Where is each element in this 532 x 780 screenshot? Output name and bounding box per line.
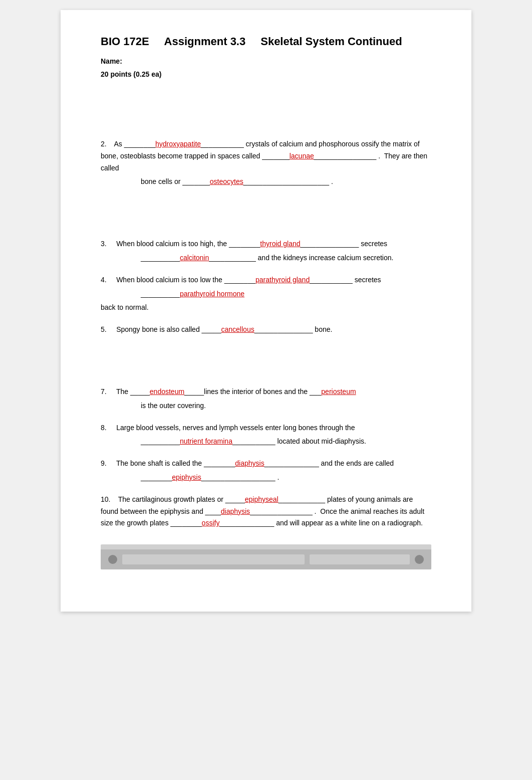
question-10: 10. The cartilaginous growth plates or _…	[101, 494, 431, 529]
question-4: 4. When blood calcium is too low the ___…	[101, 274, 431, 314]
question-9: 9. The bone shaft is called the ________…	[101, 458, 431, 484]
spacer-1	[101, 198, 431, 238]
q8-answer-1: nutrient foramina	[180, 437, 232, 445]
points-label: 20 points (0.25 ea)	[101, 70, 431, 78]
spacer-2	[101, 346, 431, 386]
q9-num: 9.	[101, 459, 107, 467]
question-7: 7. The _____endosteum_____lines the inte…	[101, 386, 431, 412]
q8-num: 8.	[101, 424, 107, 432]
q5-answer-1: cancellous	[221, 325, 254, 333]
q5-num: 5.	[101, 325, 107, 333]
q2-answer-1: hydroxyapatite	[155, 140, 201, 148]
q2-answer-3: osteocytes	[210, 177, 243, 185]
header: BIO 172E Assignment 3.3 Skeletal System …	[101, 35, 431, 48]
question-8: 8. Large blood vessels, nerves and lymph…	[101, 422, 431, 448]
course-title: BIO 172E	[101, 35, 149, 48]
question-3: 3. When blood calcium is too high, the _…	[101, 238, 431, 264]
q9-answer-1: diaphysis	[235, 459, 264, 467]
q10-answer-2: diaphysis	[221, 507, 250, 515]
assignment-title: Assignment 3.3	[164, 35, 246, 48]
bottom-bar	[101, 544, 431, 569]
question-5: 5. Spongy bone is also called _____cance…	[101, 324, 431, 336]
q9-answer-2: epiphysis	[172, 473, 201, 481]
bottom-dot-2	[415, 555, 424, 564]
question-2: 2. As ________hydroxyapatite___________ …	[101, 138, 431, 188]
q2-num: 2.	[101, 140, 107, 148]
q10-num: 10.	[101, 495, 110, 503]
bottom-text-area-1	[122, 554, 305, 564]
q3-num: 3.	[101, 240, 107, 248]
q3-answer-2: calcitonin	[180, 254, 209, 262]
q7-answer-1: endosteum	[150, 387, 184, 396]
q4-num: 4.	[101, 276, 107, 284]
page: BIO 172E Assignment 3.3 Skeletal System …	[61, 10, 471, 612]
q7-num: 7.	[101, 387, 107, 396]
q7-answer-2: periosteum	[321, 387, 356, 396]
q4-answer-2: parathyroid hormone	[180, 290, 244, 298]
bottom-bar-inner	[101, 549, 431, 569]
q10-answer-1: epiphyseal	[245, 495, 279, 503]
q10-answer-3: ossify	[202, 519, 220, 527]
bottom-dot-1	[108, 555, 117, 564]
name-label: Name:	[101, 57, 431, 65]
q3-answer-1: thyroid gland	[260, 240, 300, 248]
q4-answer-1: parathyroid gland	[255, 276, 310, 284]
bottom-text-area-2	[310, 554, 410, 564]
q2-answer-2: lacunae	[290, 152, 314, 160]
subtitle: Skeletal System Continued	[260, 35, 402, 48]
